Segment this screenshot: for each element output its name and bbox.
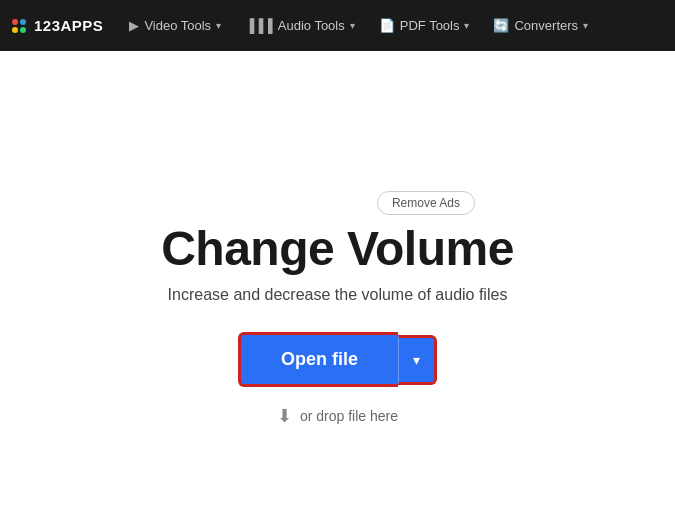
nav-label-video-tools: Video Tools — [144, 18, 211, 33]
main-content: Remove Ads Change Volume Increase and de… — [0, 51, 675, 520]
dot-blue — [20, 19, 26, 25]
remove-ads-button[interactable]: Remove Ads — [377, 191, 475, 215]
download-icon: ⬇ — [277, 405, 292, 427]
nav-item-converters[interactable]: 🔄 Converters ▾ — [483, 12, 598, 39]
page-title: Change Volume — [161, 221, 514, 276]
dot-green — [20, 27, 26, 33]
drop-area: ⬇ or drop file here — [277, 405, 398, 427]
dot-red — [12, 19, 18, 25]
navbar: 123APPS ▶ Video Tools ▾ ▐▐▐ Audio Tools … — [0, 0, 675, 51]
dot-yellow — [12, 27, 18, 33]
nav-item-audio-tools[interactable]: ▐▐▐ Audio Tools ▾ — [235, 12, 365, 39]
audio-tools-icon: ▐▐▐ — [245, 18, 273, 33]
chevron-down-icon-converters: ▾ — [583, 20, 588, 31]
converters-icon: 🔄 — [493, 18, 509, 33]
page-subtitle: Increase and decrease the volume of audi… — [168, 286, 508, 304]
logo-dots — [12, 19, 28, 33]
open-file-dropdown-button[interactable]: ▾ — [398, 335, 437, 385]
chevron-down-icon: ▾ — [216, 20, 221, 31]
nav-label-converters: Converters — [514, 18, 578, 33]
open-file-button[interactable]: Open file — [238, 332, 398, 387]
open-file-row: Open file ▾ — [238, 332, 437, 387]
logo[interactable]: 123APPS — [12, 17, 103, 34]
nav-label-pdf-tools: PDF Tools — [400, 18, 460, 33]
nav-label-audio-tools: Audio Tools — [278, 18, 345, 33]
chevron-down-icon-pdf: ▾ — [464, 20, 469, 31]
chevron-down-icon-audio: ▾ — [350, 20, 355, 31]
nav-item-pdf-tools[interactable]: 📄 PDF Tools ▾ — [369, 12, 480, 39]
nav-item-video-tools[interactable]: ▶ Video Tools ▾ — [119, 12, 231, 39]
pdf-tools-icon: 📄 — [379, 18, 395, 33]
video-tools-icon: ▶ — [129, 18, 139, 33]
logo-text: 123APPS — [34, 17, 103, 34]
drop-text: or drop file here — [300, 408, 398, 424]
